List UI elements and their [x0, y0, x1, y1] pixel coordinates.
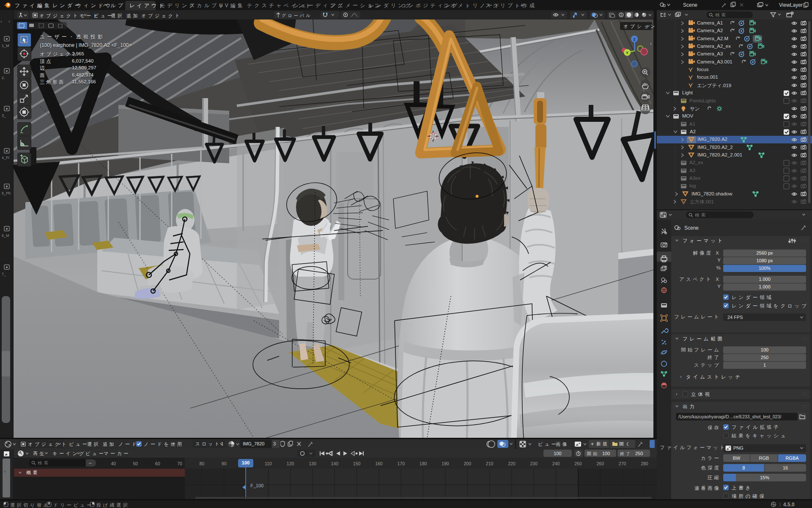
svg-text:Z: Z [633, 37, 636, 41]
svg-text:Y: Y [626, 51, 628, 55]
